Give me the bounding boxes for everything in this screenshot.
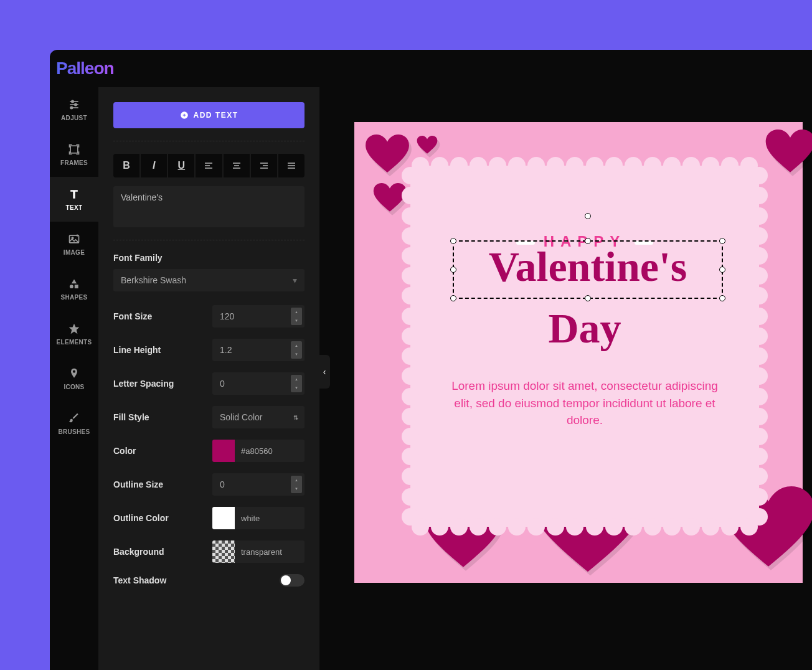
canvas-workspace: HAPPY Valentine's Day Lorem ipsum dolor … [319,87,812,670]
add-text-button[interactable]: ADD TEXT [113,102,304,128]
font-family-select[interactable]: Berkshire Swash [113,269,304,291]
align-center-button[interactable] [224,154,250,177]
nav-label: IMAGE [64,249,85,256]
heart-decoration [417,136,438,154]
font-size-label: Font Size [113,311,212,321]
fill-style-select[interactable]: Solid Color [212,406,304,428]
align-center-icon [232,161,242,171]
fill-style-value: Solid Color [220,412,262,422]
svg-point-10 [70,285,73,288]
bold-button[interactable]: B [113,154,139,177]
nav-frames[interactable]: FRAMES [50,132,98,177]
panel-collapse-button[interactable]: ‹ [319,355,330,389]
outline-color-swatch[interactable] [212,507,235,529]
scallop-edge [410,157,759,174]
nav-shapes[interactable]: SHAPES [50,267,98,311]
svg-point-4 [75,103,77,105]
color-swatch[interactable] [212,440,235,462]
resize-handle-tr[interactable] [719,238,725,244]
align-right-icon [259,161,269,171]
svg-marker-12 [69,323,80,334]
selection-bounding-box[interactable] [453,240,723,299]
brush-icon [68,412,80,425]
stepper-icon[interactable]: ▲▼ [291,476,302,493]
sliders-icon [68,98,80,111]
body-text[interactable]: Lorem ipsum dolor sit amet, consectetur … [441,377,728,429]
svg-point-13 [73,370,75,372]
nav-icons[interactable]: ICONS [50,356,98,401]
background-picker[interactable]: transparent [212,540,304,563]
shapes-icon [68,278,80,290]
pin-icon [68,367,80,380]
resize-handle-mr[interactable] [719,267,725,273]
svg-rect-6 [70,146,78,153]
color-label: Color [113,446,212,456]
svg-point-3 [72,100,73,102]
underline-button[interactable]: U [168,154,194,177]
format-toolbar: B I U [113,154,304,177]
align-left-icon [204,161,214,171]
resize-handle-tl[interactable] [450,238,456,244]
svg-rect-11 [75,285,78,288]
outline-color-picker[interactable]: white [212,507,304,529]
scallop-edge [410,518,759,536]
heart-decoration [765,130,812,174]
design-canvas[interactable]: HAPPY Valentine's Day Lorem ipsum dolor … [354,122,803,583]
font-family-label: Font Family [113,253,304,263]
nav-brushes[interactable]: BRUSHES [50,401,98,446]
italic-button[interactable]: I [141,154,167,177]
align-justify-button[interactable] [278,154,304,177]
stepper-icon[interactable]: ▲▼ [291,341,302,359]
chevron-left-icon: ‹ [323,367,326,377]
divider [113,240,304,240]
outline-color-label: Outline Color [113,513,212,523]
nav-image[interactable]: IMAGE [50,222,98,267]
nav-label: TEXT [66,204,83,211]
background-swatch[interactable] [212,540,235,563]
color-value: #a80560 [235,440,304,462]
letter-spacing-label: Letter Spacing [113,379,212,389]
app-window: Palleon ADJUST FRAMES TEXT IMAGE [50,50,812,670]
stepper-icon[interactable]: ▲▼ [291,375,302,392]
resize-handle-bl[interactable] [450,295,456,301]
text-properties-panel: ADD TEXT B I U Valentin [98,87,319,670]
resize-handle-tm[interactable] [585,238,591,244]
day-text[interactable]: Day [410,304,759,353]
frame-icon [68,143,80,156]
nav-label: BRUSHES [59,428,90,435]
nav-label: FRAMES [60,159,88,166]
resize-handle-bm[interactable] [585,295,591,301]
resize-handle-br[interactable] [719,295,725,301]
line-height-label: Line Height [113,345,212,355]
outline-size-label: Outline Size [113,479,212,489]
nav-label: ICONS [64,384,84,390]
svg-point-5 [70,106,72,108]
text-content-input[interactable]: Valentine's [113,186,304,227]
text-shadow-label: Text Shadow [113,575,280,585]
fill-style-label: Fill Style [113,412,212,422]
plus-circle-icon [180,111,189,120]
stepper-icon[interactable]: ▲▼ [291,308,302,325]
app-header: Palleon [50,50,812,87]
card-frame: HAPPY Valentine's Day Lorem ipsum dolor … [410,166,759,527]
color-picker[interactable]: #a80560 [212,440,304,462]
bold-icon: B [123,160,130,171]
text-shadow-toggle[interactable] [280,574,304,587]
tool-sidebar: ADJUST FRAMES TEXT IMAGE SHAPES ELEMENTS [50,87,98,670]
star-icon [68,323,80,335]
nav-text[interactable]: TEXT [50,177,98,222]
divider [113,141,304,141]
background-label: Background [113,547,212,557]
image-icon [68,233,80,245]
nav-elements[interactable]: ELEMENTS [50,311,98,356]
brand-logo: Palleon [56,59,114,78]
nav-adjust[interactable]: ADJUST [50,87,98,132]
align-right-button[interactable] [251,154,277,177]
align-left-button[interactable] [196,154,222,177]
rotate-handle[interactable] [585,213,591,219]
text-icon [68,188,80,201]
resize-handle-ml[interactable] [450,267,456,273]
main-layout: ADJUST FRAMES TEXT IMAGE SHAPES ELEMENTS [50,87,812,670]
nav-label: ELEMENTS [57,339,92,346]
font-family-value: Berkshire Swash [121,275,186,285]
